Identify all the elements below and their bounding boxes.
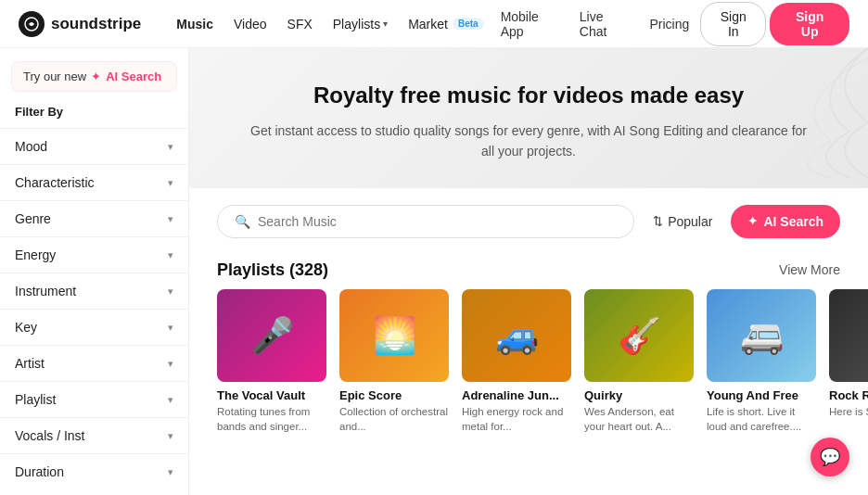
filter-mood[interactable]: Mood ▾ [0, 128, 188, 164]
ai-search-btn-label: AI Search [763, 214, 823, 229]
playlist-card[interactable]: 🌅 Epic Score Collection of orchestral an… [339, 289, 449, 434]
filter-energy[interactable]: Energy ▾ [0, 236, 188, 273]
content-area: Royalty free music for videos made easy … [189, 48, 868, 495]
playlist-cards-row: 🎤 The Vocal Vault Rotating tunes from ba… [189, 289, 868, 449]
playlist-desc: Life is short. Live it loud and carefree… [707, 404, 816, 434]
nav-playlists[interactable]: Playlists ▾ [324, 11, 397, 37]
playlist-card[interactable]: 🚙 Adrenaline Jun... High energy rock and… [462, 289, 571, 434]
chevron-down-icon: ▾ [168, 430, 173, 442]
filter-energy-label: Energy [15, 248, 56, 262]
playlists-header: Playlists (328) View More [189, 248, 868, 289]
nav-market-label: Market [408, 17, 448, 32]
filter-vocals[interactable]: Vocals / Inst ▾ [0, 417, 188, 453]
chevron-down-icon: ▾ [168, 358, 173, 370]
nav-sfx[interactable]: SFX [278, 11, 322, 37]
chevron-down-icon: ▾ [168, 466, 173, 478]
playlist-desc: Wes Anderson, eat your heart out. A... [584, 404, 694, 434]
logo-text: soundstripe [51, 15, 141, 33]
filter-artist-label: Artist [15, 356, 45, 371]
filter-characteristic[interactable]: Characteristic ▾ [0, 164, 188, 200]
filter-duration[interactable]: Duration ▾ [0, 453, 188, 489]
playlist-name: Young And Free [707, 388, 816, 402]
sort-button[interactable]: ⇅ Popular [644, 207, 721, 236]
filter-key-label: Key [15, 320, 37, 335]
market-badge: Beta [453, 18, 484, 30]
ai-search-banner[interactable]: Try our new ✦ AI Search [11, 61, 177, 92]
filter-vocals-label: Vocals / Inst [15, 428, 84, 443]
nav-links: Music Video SFX Playlists ▾ Market Beta [167, 11, 492, 37]
nav-market[interactable]: Market Beta [399, 11, 492, 37]
nav-video[interactable]: Video [224, 11, 276, 37]
ai-search-button[interactable]: ✦ AI Search [731, 205, 840, 238]
playlist-thumbnail: 🎸 [584, 289, 694, 382]
sort-label: Popular [668, 214, 712, 229]
nav-pricing[interactable]: Pricing [642, 11, 696, 37]
hero-subtitle: Get instant access to studio quality son… [250, 121, 807, 162]
chat-icon: 💬 [820, 447, 840, 467]
navbar: soundstripe Music Video SFX Playlists ▾ … [0, 0, 868, 48]
filter-characteristic-label: Characteristic [15, 175, 95, 190]
chevron-down-icon: ▾ [383, 19, 388, 29]
playlist-thumbnail: 🤘 [829, 289, 868, 382]
playlist-card[interactable]: 🤘 Rock Rock Rock Here is Soundstrip... [829, 289, 868, 434]
playlist-thumbnail: 🎤 [217, 289, 326, 382]
nav-mobile-app[interactable]: Mobile App [493, 4, 568, 44]
spark-icon: ✦ [91, 70, 101, 83]
playlist-name: Epic Score [339, 388, 449, 402]
nav-playlists-label: Playlists [333, 17, 380, 32]
signin-button[interactable]: Sign In [700, 2, 766, 46]
filter-duration-label: Duration [15, 464, 64, 479]
hero-section: Royalty free music for videos made easy … [189, 48, 868, 188]
chat-bubble[interactable]: 💬 [811, 438, 849, 476]
sort-icon: ⇅ [653, 214, 663, 228]
filter-key[interactable]: Key ▾ [0, 309, 188, 345]
playlist-desc: Collection of orchestral and... [339, 404, 449, 434]
ai-banner-label: AI Search [106, 70, 161, 83]
playlists-title: Playlists (328) [217, 260, 328, 280]
playlist-card[interactable]: 🎸 Quirky Wes Anderson, eat your heart ou… [584, 289, 694, 434]
search-row: 🔍 ⇅ Popular ✦ AI Search [189, 188, 868, 248]
playlist-desc: Here is Soundstrip... [829, 404, 868, 419]
filter-playlist-label: Playlist [15, 392, 56, 407]
chevron-down-icon: ▾ [168, 286, 173, 298]
signup-button[interactable]: Sign Up [770, 3, 849, 45]
filter-mood-label: Mood [15, 139, 47, 154]
playlist-desc: Rotating tunes from bands and singer... [217, 404, 326, 434]
chevron-down-icon: ▾ [168, 394, 173, 406]
playlist-desc: High energy rock and metal for... [462, 404, 571, 434]
playlist-name: The Vocal Vault [217, 388, 326, 402]
playlist-thumbnail: 🚙 [462, 289, 571, 382]
filter-genre[interactable]: Genre ▾ [0, 200, 188, 236]
chevron-down-icon: ▾ [168, 213, 173, 225]
filter-artist[interactable]: Artist ▾ [0, 345, 188, 381]
logo-icon [19, 11, 45, 37]
playlist-name: Quirky [584, 388, 694, 402]
chevron-down-icon: ▾ [168, 177, 173, 189]
search-box[interactable]: 🔍 [217, 205, 634, 238]
chevron-down-icon: ▾ [168, 322, 173, 334]
nav-right: Mobile App Live Chat Pricing Sign In Sig… [493, 2, 849, 46]
ai-banner-prefix: Try our new [23, 70, 86, 83]
ai-spark-icon: ✦ [747, 214, 758, 228]
filter-playlist[interactable]: Playlist ▾ [0, 381, 188, 417]
playlist-name: Adrenaline Jun... [462, 388, 571, 402]
hero-title: Royalty free music for videos made easy [208, 82, 849, 109]
playlist-thumbnail: 🚐 [707, 289, 816, 382]
playlist-card[interactable]: 🚐 Young And Free Life is short. Live it … [707, 289, 816, 434]
filter-by-heading: Filter By [0, 105, 188, 128]
playlist-card[interactable]: 🎤 The Vocal Vault Rotating tunes from ba… [217, 289, 326, 434]
playlists-section: Playlists (328) View More 🎤 The Vocal Va… [189, 248, 868, 449]
nav-music[interactable]: Music [167, 11, 223, 37]
search-input[interactable] [258, 214, 617, 229]
filter-genre-label: Genre [15, 211, 51, 226]
search-icon: 🔍 [235, 214, 250, 229]
playlist-thumbnail: 🌅 [339, 289, 449, 382]
logo[interactable]: soundstripe [19, 11, 141, 37]
view-more-link[interactable]: View More [779, 262, 840, 277]
playlist-name: Rock Rock Rock [829, 388, 868, 402]
chevron-down-icon: ▾ [168, 141, 173, 153]
filter-instrument[interactable]: Instrument ▾ [0, 273, 188, 309]
chevron-down-icon: ▾ [168, 249, 173, 261]
main-layout: Try our new ✦ AI Search Filter By Mood ▾… [0, 48, 868, 495]
nav-live-chat[interactable]: Live Chat [572, 4, 639, 44]
